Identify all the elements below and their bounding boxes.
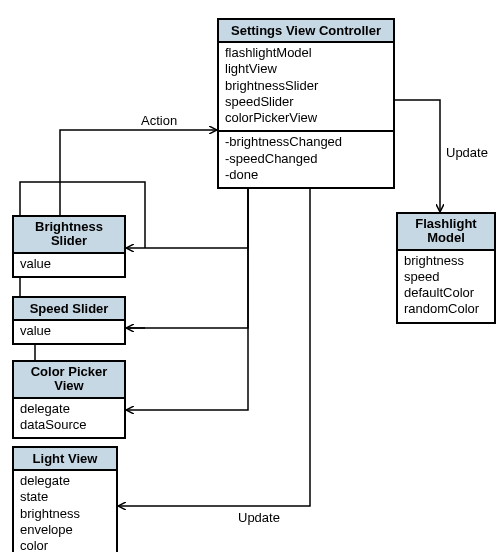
methods-section: -brightnessChanged-speedChanged-done: [219, 130, 393, 187]
attribute-line: delegate: [20, 401, 118, 417]
box-title: Flashlight Model: [398, 214, 494, 251]
class-light-view: Light View delegatestatebrightnessenvelo…: [12, 446, 118, 552]
attribute-line: color: [20, 538, 110, 552]
attribute-line: envelope: [20, 522, 110, 538]
attribute-line: dataSource: [20, 417, 118, 433]
box-title: Speed Slider: [14, 298, 124, 321]
class-color-picker-view: Color Picker View delegatedataSource: [12, 360, 126, 439]
attributes-section: value: [14, 321, 124, 343]
attributes-section: delegatestatebrightnessenvelopecolor: [14, 471, 116, 552]
attribute-line: -brightnessChanged: [225, 134, 387, 150]
box-title: Settings View Controller: [219, 20, 393, 43]
attribute-line: value: [20, 256, 118, 272]
attribute-line: brightnessSlider: [225, 78, 387, 94]
attributes-section: value: [14, 254, 124, 276]
edge-label-action: Action: [141, 113, 177, 128]
box-title: Color Picker View: [14, 362, 124, 399]
edge-label-update-bottom: Update: [238, 510, 280, 525]
attribute-line: -speedChanged: [225, 151, 387, 167]
attribute-line: defaultColor: [404, 285, 488, 301]
attributes-section: delegatedataSource: [14, 399, 124, 438]
attribute-line: colorPickerView: [225, 110, 387, 126]
attribute-line: value: [20, 323, 118, 339]
attribute-line: state: [20, 489, 110, 505]
attribute-line: lightView: [225, 61, 387, 77]
attribute-line: flashlightModel: [225, 45, 387, 61]
attributes-section: brightnessspeeddefaultColorrandomColor: [398, 251, 494, 322]
edge-label-update-top: Update: [446, 145, 488, 160]
attribute-line: randomColor: [404, 301, 488, 317]
class-speed-slider: Speed Slider value: [12, 296, 126, 345]
class-diagram: Settings View Controller flashlightModel…: [0, 0, 504, 552]
class-brightness-slider: Brightness Slider value: [12, 215, 126, 278]
attribute-line: -done: [225, 167, 387, 183]
attribute-line: brightness: [20, 506, 110, 522]
attributes-section: flashlightModellightViewbrightnessSlider…: [219, 43, 393, 130]
attribute-line: speed: [404, 269, 488, 285]
attribute-line: speedSlider: [225, 94, 387, 110]
attribute-line: delegate: [20, 473, 110, 489]
attribute-line: brightness: [404, 253, 488, 269]
class-settings-view-controller: Settings View Controller flashlightModel…: [217, 18, 395, 189]
box-title: Light View: [14, 448, 116, 471]
class-flashlight-model: Flashlight Model brightnessspeeddefaultC…: [396, 212, 496, 324]
box-title: Brightness Slider: [14, 217, 124, 254]
